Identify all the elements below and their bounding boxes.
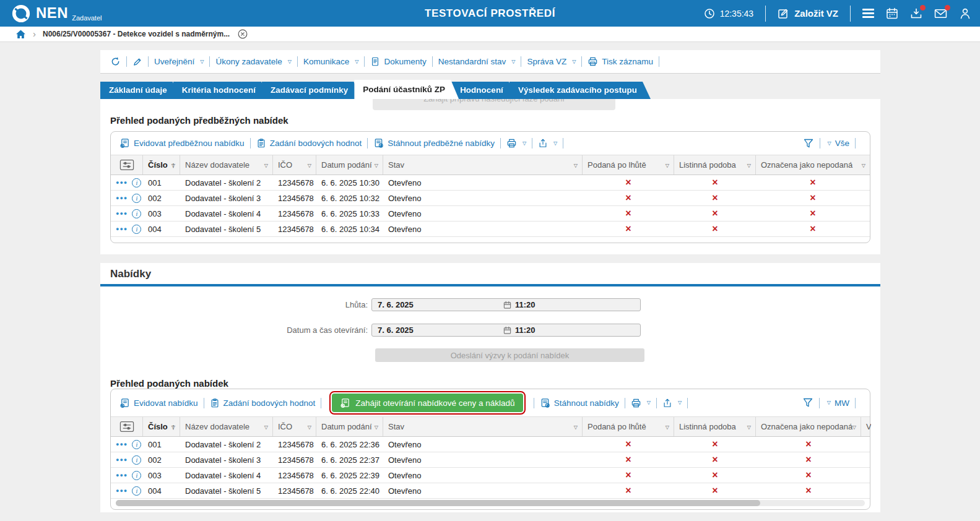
tab-pod-n-astn-k-zp[interactable]: Podání účastníků ZP xyxy=(354,80,459,99)
tab-krit-ria-hodnocen[interactable]: Kritéria hodnocení xyxy=(173,82,269,99)
menu-icon[interactable] xyxy=(862,9,874,18)
opening-time: 11:20 xyxy=(515,324,536,336)
col-v: V xyxy=(861,417,871,436)
cell-dodavatel: Dodavatel - školení 2 xyxy=(180,437,273,452)
row-info-button[interactable]: i xyxy=(132,225,141,234)
column-menu-icon[interactable]: ▽ xyxy=(747,424,751,429)
toolbar-item-dokumenty[interactable]: Dokumenty xyxy=(370,56,426,67)
refresh-button[interactable] xyxy=(110,56,121,67)
scrollbar-thumb[interactable] xyxy=(116,500,760,506)
chevron-down-icon: ▽ xyxy=(647,400,651,405)
column-menu-icon[interactable]: ▽ xyxy=(747,162,751,168)
cell-cislo: 003 xyxy=(143,468,180,483)
no-mark-icon: × xyxy=(625,209,631,218)
row-menu-button[interactable]: ●●● xyxy=(116,441,128,447)
toolbar-item-kony-zadavatele[interactable]: Úkony zadavatele▽ xyxy=(215,57,291,66)
export-menu-button[interactable]: ▽ xyxy=(662,398,682,408)
tab-hodnocen[interactable]: Hodnocení xyxy=(451,82,517,99)
row-menu-button[interactable]: ●●● xyxy=(116,472,128,478)
cell-datum: 6. 6. 2025 10:33 xyxy=(316,206,383,221)
column-menu-icon[interactable]: ▽ xyxy=(171,424,175,429)
action-zad-n-bodov-ch-hodnot[interactable]: Zadání bodových hodnot xyxy=(256,138,362,149)
cell-cislo: 001 xyxy=(143,175,180,190)
row-info-button[interactable]: i xyxy=(132,209,141,218)
row-info-button[interactable]: i xyxy=(132,455,141,465)
toolbar-item-tisk-z-znamu[interactable]: Tisk záznamu xyxy=(588,56,653,67)
column-settings-button[interactable] xyxy=(119,421,134,433)
cell-po_lhute: × xyxy=(583,452,674,467)
column-menu-icon[interactable]: ▽ xyxy=(171,162,175,168)
create-vz-button[interactable]: Založit VZ xyxy=(778,7,838,19)
deadline-date: 7. 6. 2025 xyxy=(378,300,414,309)
column-menu-icon[interactable]: ▽ xyxy=(852,424,856,429)
column-settings-button[interactable] xyxy=(119,159,134,171)
table-row: ●●●i003Dodavatel - školení 4123456786. 6… xyxy=(111,206,870,222)
table-row: ●●●i002Dodavatel - školení 3123456786. 6… xyxy=(111,452,870,468)
print-menu-button[interactable]: ▽ xyxy=(631,398,651,408)
action-zad-n-bodov-ch-hodnot[interactable]: Zadání bodových hodnot xyxy=(210,398,316,408)
downloads-icon[interactable] xyxy=(910,7,922,20)
row-actions-cell: ●●●i xyxy=(111,468,143,483)
filter-button[interactable] xyxy=(803,138,814,149)
horizontal-scrollbar[interactable] xyxy=(116,500,865,506)
column-menu-icon[interactable]: ▽ xyxy=(264,162,268,168)
column-menu-icon[interactable]: ▽ xyxy=(308,162,311,168)
tab-z-kladn-daje[interactable]: Základní údaje xyxy=(100,82,181,99)
row-info-button[interactable]: i xyxy=(132,486,141,496)
cell-extra xyxy=(861,483,871,498)
action-evidovat-p-edb-nou-nab-dku[interactable]: Evidovat předběžnou nabídku xyxy=(119,138,245,149)
no-mark-icon: × xyxy=(712,486,718,496)
column-menu-icon[interactable]: ▽ xyxy=(666,424,669,429)
view-dropdown[interactable]: ▽Vše xyxy=(826,139,849,148)
row-menu-button[interactable]: ●●● xyxy=(116,488,128,494)
home-icon[interactable] xyxy=(15,29,26,39)
column-menu-icon[interactable]: ▽ xyxy=(574,424,578,429)
calendar-icon[interactable] xyxy=(886,7,898,20)
breadcrumb-item[interactable]: N006/25/V00005367 - Detekce vozidel s na… xyxy=(43,30,230,38)
toolbar-item-uve-ejn-n[interactable]: Uveřejnění▽ xyxy=(154,57,204,66)
deadline-input[interactable]: 7. 6. 2025 11:20 xyxy=(371,298,641,311)
nen-brand[interactable]: NEN Zadavatel xyxy=(11,4,102,24)
row-info-button[interactable]: i xyxy=(132,471,141,480)
send-invitation-button[interactable]: Odeslání výzvy k podání nabídek xyxy=(375,348,644,362)
toolbar-item-nestandardn-stav[interactable]: Nestandardní stav▽ xyxy=(438,57,516,66)
row-info-button[interactable]: i xyxy=(132,440,141,449)
column-menu-icon[interactable]: ▽ xyxy=(264,424,268,429)
action-st-hnout-nab-dky[interactable]: Stáhnout nabídky xyxy=(540,398,619,408)
tab-v-sledek-zad-vac-ho-postupu[interactable]: Výsledek zadávacího postupu xyxy=(510,82,651,99)
mail-icon[interactable] xyxy=(934,7,947,20)
filter-button[interactable] xyxy=(802,397,813,408)
toolbar-item-komunikace[interactable]: Komunikace▽ xyxy=(303,57,358,66)
action-st-hnout-p-edb-n-nab-dky[interactable]: Stáhnout předběžné nabídky xyxy=(373,138,495,149)
row-menu-button[interactable]: ●●● xyxy=(116,195,128,201)
column-menu-icon[interactable]: ▽ xyxy=(375,424,378,429)
divider xyxy=(819,398,820,408)
column-menu-icon[interactable]: ▽ xyxy=(308,424,311,429)
print-menu-button[interactable]: ▽ xyxy=(506,138,526,149)
row-info-button[interactable]: i xyxy=(132,194,141,203)
row-menu-button[interactable]: ●●● xyxy=(116,210,128,217)
edit-record-button[interactable] xyxy=(132,57,142,67)
row-info-button[interactable]: i xyxy=(132,178,141,187)
column-menu-icon[interactable]: ▽ xyxy=(574,162,578,168)
opening-input[interactable]: 7. 6. 2025 11:20 xyxy=(371,324,641,337)
view-label: MW xyxy=(835,398,849,408)
toolbar-item-spr-va-vz[interactable]: Správa VZ▽ xyxy=(527,57,576,66)
start-opening-button[interactable]: Zahájit otevírání nabídkové ceny a nákla… xyxy=(332,394,523,412)
view-dropdown[interactable]: ▽MW xyxy=(825,398,849,408)
row-menu-button[interactable]: ●●● xyxy=(116,457,128,463)
row-menu-button[interactable]: ●●● xyxy=(116,179,128,186)
breadcrumb-close-icon[interactable] xyxy=(238,29,248,39)
column-menu-icon[interactable]: ▽ xyxy=(666,162,669,168)
brand-subtitle: Zadavatel xyxy=(72,14,102,22)
bids-section-title: Přehled podaných nabídek xyxy=(110,378,228,389)
export-menu-button[interactable]: ▽ xyxy=(538,138,557,149)
action-evidovat-nab-dku[interactable]: Evidovat nabídku xyxy=(119,398,198,408)
cell-datum: 6. 6. 2025 10:30 xyxy=(316,175,383,190)
row-menu-button[interactable]: ●●● xyxy=(116,226,128,232)
tab-zad-vac-podm-nky[interactable]: Zadávací podmínky xyxy=(262,82,362,99)
column-menu-icon[interactable]: ▽ xyxy=(375,162,378,168)
column-menu-icon[interactable]: ▽ xyxy=(862,162,865,168)
top-bar: NEN Zadavatel TESTOVACÍ PROSTŘEDÍ 12:35:… xyxy=(0,0,980,27)
user-icon[interactable] xyxy=(959,7,971,20)
